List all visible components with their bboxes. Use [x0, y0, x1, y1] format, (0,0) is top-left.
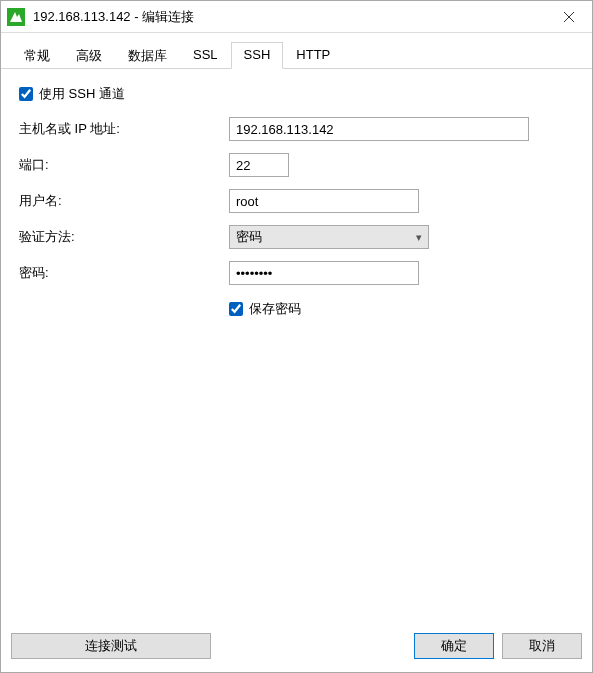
tab-http[interactable]: HTTP [283, 42, 343, 69]
use-ssh-checkbox[interactable] [19, 87, 33, 101]
username-input[interactable] [229, 189, 419, 213]
tab-ssl[interactable]: SSL [180, 42, 231, 69]
window-title: 192.168.113.142 - 编辑连接 [33, 8, 546, 26]
password-row: 密码: [19, 261, 574, 285]
username-label: 用户名: [19, 192, 229, 210]
use-ssh-row: 使用 SSH 通道 [19, 85, 574, 103]
test-connection-button[interactable]: 连接测试 [11, 633, 211, 659]
port-row: 端口: [19, 153, 574, 177]
auth-method-select[interactable]: 密码 ▾ [229, 225, 429, 249]
auth-method-row: 验证方法: 密码 ▾ [19, 225, 574, 249]
host-label: 主机名或 IP 地址: [19, 120, 229, 138]
tab-strip: 常规高级数据库SSLSSHHTTP [1, 41, 592, 69]
tab-advanced[interactable]: 高级 [63, 42, 115, 69]
save-password-row: 保存密码 [19, 297, 574, 321]
port-label: 端口: [19, 156, 229, 174]
app-icon [7, 8, 25, 26]
ssh-panel: 使用 SSH 通道 主机名或 IP 地址: 端口: 用户名: 验证方法: 密码 … [1, 69, 592, 628]
username-row: 用户名: [19, 189, 574, 213]
ok-button[interactable]: 确定 [414, 633, 494, 659]
tab-database[interactable]: 数据库 [115, 42, 180, 69]
password-input[interactable] [229, 261, 419, 285]
auth-method-value: 密码 [236, 228, 262, 246]
tab-general[interactable]: 常规 [11, 42, 63, 69]
close-icon [564, 12, 574, 22]
chevron-down-icon: ▾ [416, 231, 422, 244]
save-password-checkbox[interactable] [229, 302, 243, 316]
host-row: 主机名或 IP 地址: [19, 117, 574, 141]
host-input[interactable] [229, 117, 529, 141]
edit-connection-window: 192.168.113.142 - 编辑连接 常规高级数据库SSLSSHHTTP… [0, 0, 593, 673]
tab-ssh[interactable]: SSH [231, 42, 284, 69]
password-label: 密码: [19, 264, 229, 282]
use-ssh-label: 使用 SSH 通道 [39, 85, 125, 103]
cancel-button[interactable]: 取消 [502, 633, 582, 659]
close-button[interactable] [546, 1, 592, 33]
port-input[interactable] [229, 153, 289, 177]
titlebar: 192.168.113.142 - 编辑连接 [1, 1, 592, 33]
save-password-label: 保存密码 [249, 300, 301, 318]
dialog-footer: 连接测试 确定 取消 [1, 628, 592, 672]
auth-method-label: 验证方法: [19, 228, 229, 246]
